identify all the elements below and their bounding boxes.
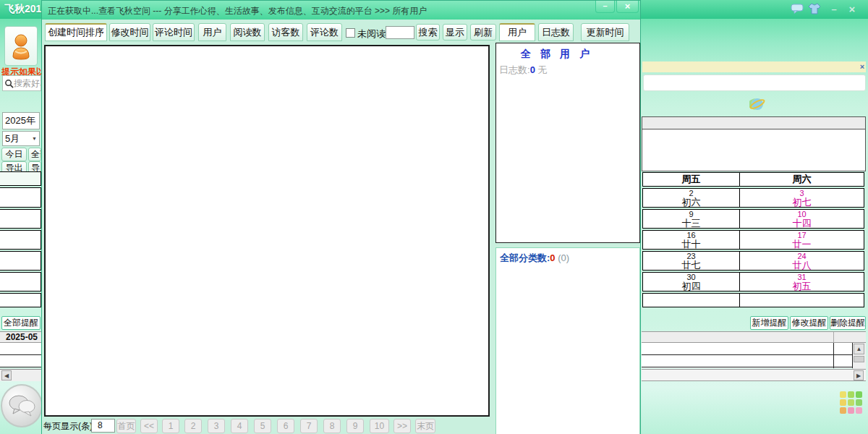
- calendar-day-cell[interactable]: [642, 293, 740, 307]
- year-select[interactable]: 2025年: [2, 112, 40, 129]
- buddy-search-input[interactable]: 搜索好友: [2, 75, 41, 91]
- tab-sort-user[interactable]: 用户: [198, 23, 226, 41]
- page-button[interactable]: 7: [300, 419, 318, 433]
- add-reminder-button[interactable]: 新增提醒: [750, 316, 788, 330]
- reminder-row[interactable]: [0, 355, 41, 367]
- calendar-day-cell[interactable]: 2初六: [642, 188, 740, 208]
- page-button[interactable]: 4: [231, 419, 248, 433]
- calendar-left-cell[interactable]: [0, 230, 41, 250]
- chat-bubble-icon[interactable]: [790, 4, 804, 15]
- calendar-day-cell[interactable]: 3初七: [739, 188, 864, 208]
- apps-grid-icon[interactable]: [840, 391, 862, 414]
- year-select-value: 2025年: [5, 114, 35, 127]
- calendar-day-cell[interactable]: 31初五: [739, 272, 864, 292]
- page-button[interactable]: 8: [323, 419, 341, 433]
- calendar-left-cell[interactable]: [0, 251, 41, 271]
- calendar-day-cell[interactable]: 23廿七: [642, 251, 740, 271]
- calendar-left-cell[interactable]: [0, 209, 41, 229]
- chevron-down-icon: ▼: [32, 136, 37, 141]
- edit-reminder-button[interactable]: 修改提醒: [790, 316, 828, 330]
- tab-sort-modify-time[interactable]: 修改时间: [109, 23, 150, 41]
- calendar-row: 9十三 10十四: [642, 209, 865, 229]
- category-line: 全部分类数:0 (0): [496, 248, 639, 265]
- tab-sort-visitors[interactable]: 访客数: [268, 23, 303, 41]
- page-button[interactable]: 10: [370, 419, 389, 433]
- scroll-right-arrow-icon[interactable]: ▶: [854, 370, 864, 380]
- tab-users[interactable]: 用户: [499, 23, 535, 41]
- calendar-row: 2初六 3初七: [642, 188, 865, 208]
- space-close-button[interactable]: ×: [616, 1, 639, 13]
- reminder-row[interactable]: [0, 343, 41, 355]
- tab-log-count[interactable]: 日志数: [538, 23, 574, 41]
- tab-update-time[interactable]: 更新时间: [581, 23, 629, 41]
- skin-shirt-icon[interactable]: [807, 3, 822, 14]
- calendar-left-cell[interactable]: [0, 187, 41, 208]
- delete-reminder-button[interactable]: 删除提醒: [830, 316, 866, 330]
- tab-sort-reads[interactable]: 阅读数: [230, 23, 265, 41]
- calendar-toolbar-panel: [642, 116, 866, 171]
- log-count-line: 日志数:0 无: [496, 61, 639, 77]
- blog-list-area[interactable]: [44, 45, 490, 417]
- column-divider: [833, 332, 834, 344]
- tab-sort-create-time[interactable]: 创建时间排序: [45, 23, 107, 41]
- calendar-day-cell[interactable]: 10十四: [739, 209, 864, 229]
- scroll-up-arrow-icon[interactable]: ▲: [854, 344, 864, 354]
- page-last-button[interactable]: 末页: [415, 419, 435, 433]
- per-page-input[interactable]: 8: [91, 419, 115, 433]
- chat-round-button[interactable]: [1, 384, 43, 427]
- today-button[interactable]: 今日: [1, 148, 27, 161]
- main-minimize-button[interactable]: –: [827, 4, 841, 15]
- space-search-input[interactable]: [386, 26, 414, 39]
- reminder-table-header: [642, 331, 866, 343]
- main-close-button[interactable]: ×: [845, 4, 859, 15]
- h-scrollbar-right[interactable]: ▶: [642, 369, 866, 381]
- page-next-button[interactable]: >>: [393, 419, 411, 433]
- search-button[interactable]: 搜索: [416, 24, 440, 41]
- tab-sort-comments[interactable]: 评论数: [307, 23, 342, 41]
- calendar-row-partial: [642, 293, 865, 307]
- search-icon: [4, 79, 14, 88]
- calendar-day-cell[interactable]: 17廿一: [739, 230, 864, 250]
- unread-checkbox[interactable]: [346, 28, 355, 38]
- all-button[interactable]: 全部: [28, 148, 41, 161]
- calendar-left-cell[interactable]: [0, 293, 41, 307]
- page-button[interactable]: 3: [208, 419, 225, 433]
- calendar-header-fri: 周五: [642, 172, 740, 187]
- calendar-day-cell[interactable]: [739, 293, 864, 307]
- tab-sort-comment-time[interactable]: 评论时间: [153, 23, 195, 41]
- calendar-day-cell[interactable]: 30初四: [642, 272, 740, 292]
- address-input[interactable]: [643, 75, 866, 91]
- month-select[interactable]: 5月 ▼: [2, 131, 40, 146]
- h-scrollbar-left[interactable]: ◀: [0, 369, 41, 381]
- scroll-left-arrow-icon[interactable]: ◀: [1, 370, 12, 380]
- per-page-label: 每页显示(条): [43, 420, 93, 433]
- page-prev-button[interactable]: <<: [140, 419, 158, 433]
- category-panel: 全部分类数:0 (0): [495, 247, 640, 434]
- notice-close-icon[interactable]: ×: [858, 62, 867, 71]
- v-scroll-thumb[interactable]: [854, 356, 864, 362]
- user-list-panel: 全部用户 日志数:0 无: [495, 43, 640, 243]
- v-scrollbar[interactable]: ▲: [853, 343, 866, 369]
- reminder-row[interactable]: [642, 343, 852, 355]
- page-button[interactable]: 2: [184, 419, 202, 433]
- calendar-left-cell[interactable]: [0, 272, 41, 292]
- space-minimize-button[interactable]: –: [595, 1, 615, 13]
- page-button[interactable]: 9: [346, 419, 364, 433]
- calendar-day-cell[interactable]: 9十三: [642, 209, 740, 229]
- refresh-button[interactable]: 刷新: [470, 24, 496, 41]
- user-avatar[interactable]: [4, 26, 38, 66]
- page-first-button[interactable]: 首页: [116, 419, 136, 433]
- space-titlebar[interactable]: 正在获取中...查看飞秋空间 --- 分享工作心得、生活故事、发布信息、互动交流…: [42, 1, 640, 20]
- category-suffix: (0): [558, 252, 569, 263]
- page-button[interactable]: 1: [162, 419, 179, 433]
- page-button[interactable]: 6: [277, 419, 294, 433]
- tip-text: 提示如果以: [1, 66, 41, 75]
- reminder-row[interactable]: [642, 355, 852, 367]
- all-reminders-button[interactable]: 全部提醒: [1, 316, 41, 330]
- calendar-day-cell[interactable]: 16廿十: [642, 230, 740, 250]
- calendar-day-cell[interactable]: 24廿八: [739, 251, 864, 271]
- main-window-title: 飞秋2013: [4, 3, 42, 17]
- log-count-label: 日志数:: [499, 64, 530, 75]
- show-button[interactable]: 显示: [443, 24, 467, 41]
- page-button[interactable]: 5: [254, 419, 271, 433]
